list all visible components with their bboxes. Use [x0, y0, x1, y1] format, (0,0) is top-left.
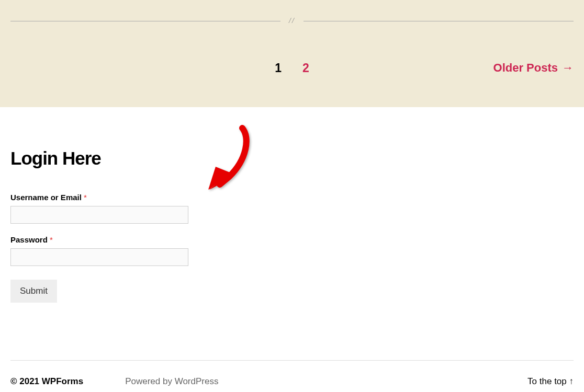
- submit-button[interactable]: Submit: [10, 280, 57, 303]
- to-top-link[interactable]: To the top ↑: [527, 376, 574, 387]
- divider-line-right: [304, 21, 574, 21]
- required-indicator: *: [84, 193, 87, 202]
- login-heading: Login Here: [10, 148, 574, 169]
- pagination-section: // 1 2 Older Posts →: [0, 0, 584, 107]
- footer-copyright: © 2021 WPForms: [10, 376, 83, 387]
- username-field-group: Username or Email *: [10, 193, 574, 224]
- password-label-text: Password: [10, 235, 48, 244]
- footer: © 2021 WPForms Powered by WordPress To t…: [10, 376, 574, 392]
- username-input[interactable]: [10, 206, 188, 224]
- section-divider: //: [10, 0, 574, 25]
- password-field-group: Password *: [10, 235, 574, 266]
- page-link-2[interactable]: 2: [302, 61, 309, 75]
- login-form-section: Login Here Username or Email * Password …: [0, 107, 584, 392]
- footer-powered-link[interactable]: Powered by WordPress: [125, 376, 218, 387]
- annotation-arrow-icon: [204, 122, 251, 195]
- username-label: Username or Email *: [10, 193, 574, 202]
- page-current: 1: [275, 61, 282, 75]
- required-indicator: *: [50, 235, 53, 244]
- username-label-text: Username or Email: [10, 193, 82, 202]
- password-input[interactable]: [10, 248, 188, 266]
- divider-slashes: //: [289, 17, 295, 25]
- arrow-right-icon: →: [562, 61, 574, 75]
- older-posts-link[interactable]: Older Posts →: [493, 61, 574, 75]
- page-numbers: 1 2: [275, 61, 309, 75]
- password-label: Password *: [10, 235, 574, 244]
- footer-divider: [10, 360, 574, 361]
- divider-line-left: [10, 21, 280, 21]
- older-posts-label: Older Posts: [493, 61, 558, 75]
